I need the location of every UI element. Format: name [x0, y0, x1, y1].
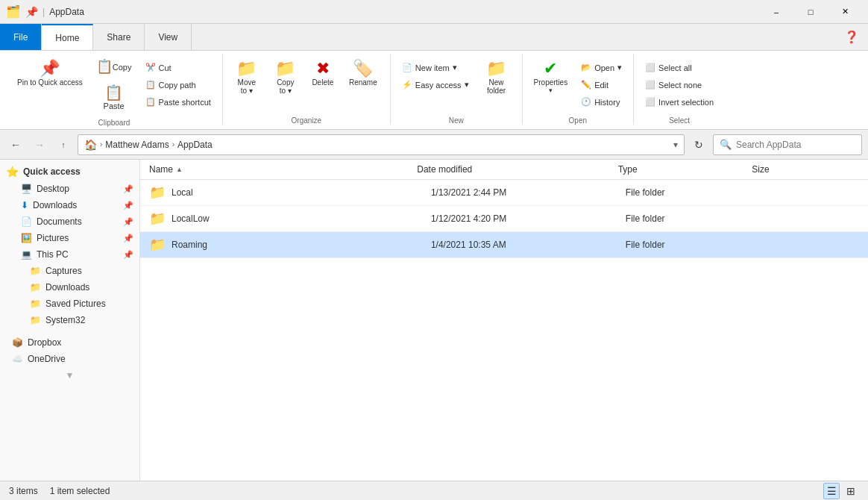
address-bar[interactable]: 🏠 › Matthew Adams › AppData ▾ [78, 134, 685, 155]
rename-icon: 🏷️ [353, 60, 373, 77]
sidebar-item-pictures[interactable]: 🖼️ Pictures 📌 [0, 230, 139, 246]
easy-access-button[interactable]: ⚡ Easy access ▾ [397, 77, 474, 93]
ribbon-select-section: ⬜ Select all ⬜ Select none ⬜ Invert sele… [634, 54, 725, 125]
tab-home[interactable]: Home [42, 24, 93, 50]
back-button[interactable]: ← [6, 135, 25, 154]
folder-type-local: File folder [626, 187, 755, 198]
col-header-name[interactable]: Name ▲ [149, 164, 417, 175]
documents-icon: 📄 [21, 216, 32, 227]
history-button[interactable]: 🕐 History [576, 94, 627, 110]
pin-to-quick-button[interactable]: 📌 Pin to Quick access [12, 57, 88, 90]
sidebar-item-saved-pictures[interactable]: 📁 Saved Pictures [0, 296, 139, 312]
move-to-button[interactable]: 📁 Moveto ▾ [229, 57, 265, 99]
tab-file[interactable]: File [0, 24, 42, 50]
help-button[interactable]: ❓ [835, 24, 868, 50]
sidebar-item-desktop[interactable]: 🖥️ Desktop 📌 [0, 181, 139, 197]
sidebar: ⭐ Quick access 🖥️ Desktop 📌 ⬇ Downloads … [0, 160, 140, 481]
sidebar-item-downloads-pc[interactable]: 📁 Downloads [0, 279, 139, 296]
copy-label: Copy [113, 63, 132, 72]
select-all-button[interactable]: ⬜ Select all [640, 60, 697, 75]
tab-view[interactable]: View [145, 24, 192, 50]
copy-path-label: Copy path [159, 81, 196, 90]
rename-button[interactable]: 🏷️ Rename [342, 57, 384, 90]
sidebar-scroll-down[interactable]: ▼ [0, 367, 139, 384]
folder-name-roaming: Roaming [172, 240, 431, 250]
easy-access-icon: ⚡ [402, 80, 412, 90]
forward-button[interactable]: → [30, 135, 49, 154]
copy-path-button[interactable]: 📋 Copy path [140, 77, 216, 93]
search-input[interactable] [736, 140, 855, 150]
paste-shortcut-button[interactable]: 📋 Paste shortcut [140, 94, 216, 110]
minimize-button[interactable]: – [759, 0, 793, 24]
rename-label: Rename [349, 78, 377, 87]
sidebar-item-system32[interactable]: 📁 System32 [0, 312, 139, 328]
folder-row-roaming[interactable]: 📁 Roaming 1/4/2021 10:35 AM File folder [140, 232, 868, 258]
copy-to-button[interactable]: 📁 Copyto ▾ [268, 57, 304, 99]
new-item-button[interactable]: 📄 New item ▾ [397, 60, 474, 75]
delete-label: Delete [312, 78, 333, 87]
documents-pin-icon: 📌 [123, 217, 133, 227]
copy-button[interactable]: 📋 Copy [91, 57, 137, 78]
paste-button[interactable]: 📋 Paste [91, 78, 137, 116]
open-label: Open [529, 115, 628, 125]
folder-row-local[interactable]: 📁 Local 1/13/2021 2:44 PM File folder [140, 180, 868, 206]
ribbon-open-section: ✔ Properties ▾ 📂 Open ▾ ✏️ Edit 🕐 Histor… [523, 54, 635, 125]
title-bar-separator: | [43, 7, 45, 17]
folder-icon-roaming: 📁 [149, 237, 166, 253]
properties-button[interactable]: ✔ Properties ▾ [529, 57, 573, 98]
ribbon: 📌 Pin to Quick access 📋 Copy 📋 Paste ✂️ … [0, 51, 868, 130]
title-bar-controls: – □ ✕ [759, 0, 862, 24]
details-view-button[interactable]: ☰ [823, 483, 840, 499]
sidebar-item-quick-access[interactable]: ⭐ Quick access [0, 163, 139, 181]
col-header-date[interactable]: Date modified [417, 164, 617, 175]
cut-icon: ✂️ [145, 63, 156, 72]
open-icon: 📂 [581, 63, 591, 72]
col-header-type[interactable]: Type [618, 164, 752, 175]
organize-label: Organize [229, 115, 384, 125]
this-pc-icon: 💻 [21, 249, 32, 260]
pin-label: Pin to Quick access [17, 78, 83, 87]
downloads-quick-icon: ⬇ [21, 200, 28, 210]
sidebar-item-onedrive[interactable]: ☁️ OneDrive [0, 351, 139, 367]
sidebar-item-captures[interactable]: 📁 Captures [0, 263, 139, 279]
sidebar-item-downloads-quick[interactable]: ⬇ Downloads 📌 [0, 197, 139, 213]
copy-icon: 📋 [96, 60, 113, 73]
dropbox-icon: 📦 [12, 337, 23, 348]
up-button[interactable]: ↑ [54, 135, 73, 154]
paste-shortcut-label: Paste shortcut [159, 98, 211, 107]
onedrive-icon: ☁️ [12, 354, 23, 364]
window-title: AppData [49, 7, 84, 17]
folder-row-locallow[interactable]: 📁 LocalLow 1/12/2021 4:20 PM File folder [140, 206, 868, 232]
sidebar-item-this-pc[interactable]: 💻 This PC 📌 [0, 246, 139, 263]
folder-name-local: Local [172, 187, 431, 198]
folder-type-roaming: File folder [626, 240, 755, 250]
select-none-button[interactable]: ⬜ Select none [640, 77, 707, 93]
folder-date-local: 1/13/2021 2:44 PM [431, 187, 626, 198]
maximize-button[interactable]: □ [793, 0, 828, 24]
tab-share[interactable]: Share [93, 24, 145, 50]
open-button[interactable]: 📂 Open ▾ [576, 60, 627, 75]
col-header-size[interactable]: Size [752, 164, 859, 175]
select-label: Select [640, 115, 719, 125]
saved-pictures-icon: 📁 [30, 299, 41, 309]
refresh-button[interactable]: ↻ [689, 134, 708, 155]
folder-date-locallow: 1/12/2021 4:20 PM [431, 213, 626, 224]
address-part-user[interactable]: Matthew Adams [105, 140, 169, 150]
select-buttons: ⬜ Select all ⬜ Select none ⬜ Invert sele… [640, 57, 719, 113]
new-folder-button[interactable]: 📁 Newfolder [477, 57, 516, 99]
address-dropdown-button[interactable]: ▾ [673, 140, 678, 150]
invert-selection-button[interactable]: ⬜ Invert selection [640, 94, 719, 110]
sidebar-item-documents[interactable]: 📄 Documents 📌 [0, 213, 139, 230]
close-button[interactable]: ✕ [828, 0, 862, 24]
folder-list: Name ▲ Date modified Type Size 📁 Local 1… [140, 160, 868, 481]
sidebar-item-dropbox[interactable]: 📦 Dropbox [0, 334, 139, 351]
delete-button[interactable]: ✖ Delete [306, 57, 339, 90]
address-part-appdata[interactable]: AppData [177, 140, 213, 150]
system32-icon: 📁 [30, 315, 41, 325]
folder-header: Name ▲ Date modified Type Size [140, 160, 868, 180]
cut-button[interactable]: ✂️ Cut [140, 60, 216, 75]
pictures-pin-icon: 📌 [123, 234, 133, 243]
large-icons-view-button[interactable]: ⊞ [843, 483, 859, 499]
edit-button[interactable]: ✏️ Edit [576, 77, 627, 93]
cut-label: Cut [159, 63, 172, 72]
